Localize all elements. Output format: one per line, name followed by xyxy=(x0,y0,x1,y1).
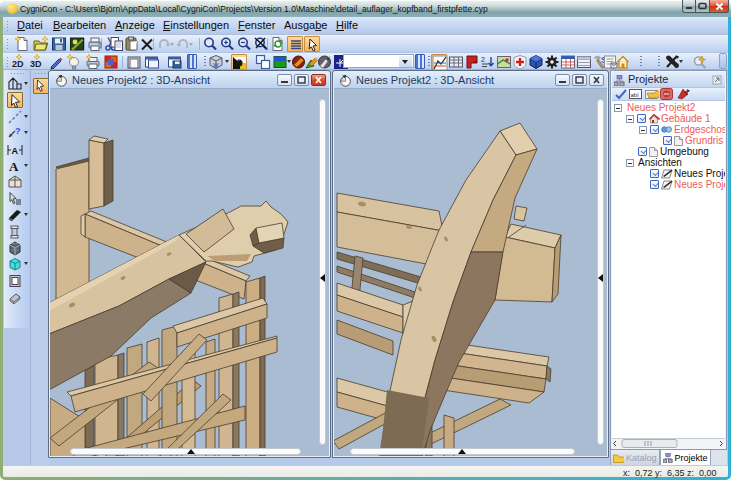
svg-text:A: A xyxy=(12,145,19,155)
svg-text:abl: abl xyxy=(631,92,639,98)
svg-text:W: W xyxy=(213,62,219,68)
svg-text:?: ? xyxy=(15,126,21,136)
svg-text:2D: 2D xyxy=(12,59,24,69)
svg-text:A: A xyxy=(9,159,19,174)
svg-text:2: 2 xyxy=(481,56,485,63)
svg-text:3D: 3D xyxy=(30,59,42,69)
